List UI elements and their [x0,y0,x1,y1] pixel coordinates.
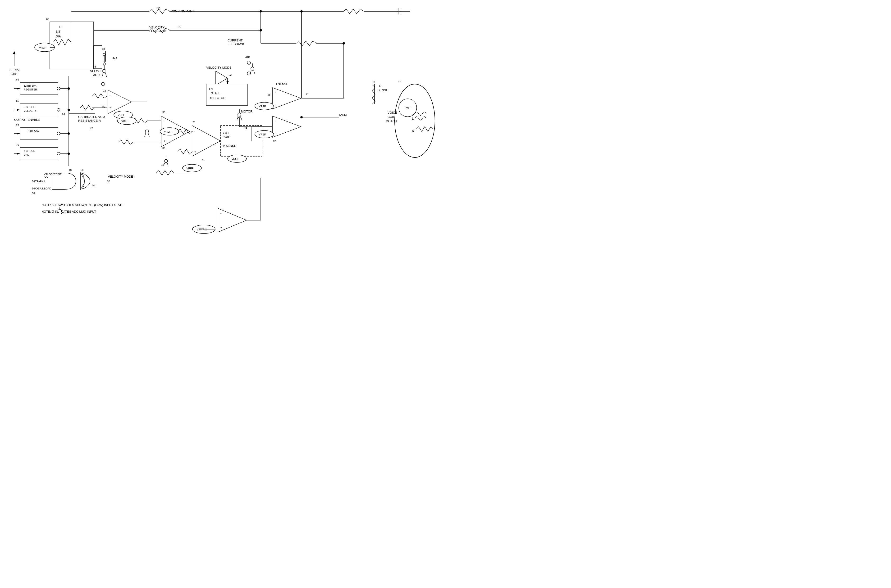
opamp2-minus: - [164,119,164,123]
note2-label: NOTE: ℧ INDICATES ADC MUX INPUT [42,210,96,213]
ivcm-label: IVCM [339,113,347,117]
n34-label: 34 [306,92,309,95]
reg-12bit-da-label2: REGISTER [24,88,37,91]
n82-label: 82 [273,140,276,142]
n72-label: 72 [90,127,93,129]
opamp3-plus: + [194,150,196,153]
vref-curr-sense-label: VREF [259,105,266,108]
svg-point-120 [238,113,241,116]
svg-point-108 [343,42,345,45]
n44a-label: 44A [113,57,117,60]
tpark1-label: 54 [32,180,35,183]
svg-point-27 [57,108,60,111]
dac-12bit-label3: D/A [56,34,61,38]
svg-point-37 [57,152,60,155]
voice-coil-label: VOICE [388,111,397,114]
n92-label: 92 [229,74,232,76]
n74-label: 74 [244,127,247,129]
svg-point-124 [251,67,254,70]
circuit-diagram: VCM COMMAND 62 VELOCITY FEEDBACK 90 CURR… [0,0,446,294]
reg-7bit-cal-label: 7 BIT CAL [27,129,39,132]
i-sense-label: I SENSE [276,82,289,86]
r-sense-label: R [379,84,381,88]
n64-label: 64 [16,78,19,81]
opamp5-plus: + [275,131,277,135]
serial-port-label2: PORT [9,72,18,75]
n68-label: 68 [16,123,19,126]
svg-point-90 [68,153,70,155]
r-adj-7bit-label2: R ADJ [223,136,230,138]
opamp4-minus: - [275,91,276,94]
opamp1-minus: - [110,93,110,96]
tpark1-text: TPARK1 [35,180,45,183]
reg-5bit-oe-label2: VELOCITY [24,110,37,112]
svg-point-105 [300,116,303,118]
n76-label: 76 [202,159,204,162]
n70-label: 70 [16,143,19,146]
svg-point-32 [57,132,60,135]
vref-comp-label: VREF [164,130,171,133]
n46-bottom-label: 46 [107,180,110,183]
svg-point-50 [101,82,105,86]
calibrated-vcm-label2: RESISTANCE R [78,119,101,122]
velocity-bit-label: VELOCITY BIT [44,173,62,176]
reg-12bit-da-label: 12 BIT D/A [24,84,36,87]
svg-point-116 [102,69,106,73]
velocity-feedback-label: VELOCITY [149,26,165,29]
i-motor-label: I MOTOR [239,110,253,113]
stall-detector-label2: DETECTOR [209,96,226,100]
svg-point-61 [247,61,251,64]
dac-12bit-label: 12 [59,25,62,28]
reg-7bit-oe-cal-label2: CAL [24,153,29,156]
v-sense-label: V SENSE [223,144,236,147]
output-enable-label: OUTPUT ENABLE [14,118,40,122]
dac-12bit-label2: BIT [56,30,60,33]
opamp6-minus: - [220,212,221,215]
opamp5-minus: - [275,119,276,123]
svg-point-89 [68,132,70,135]
svg-point-132 [164,159,168,163]
opamp6-plus: + [220,226,222,229]
vref-amp1-label: VREF [118,114,125,117]
svg-point-22 [57,87,60,90]
vref-radj-label: VREF [232,158,239,160]
current-feedback-label2: FEEDBACK [227,42,244,46]
vref-dac-label: VREF [39,46,46,49]
reg-5bit-oe-label: 5 BIT /OE [24,106,35,108]
serial-port-label: SERIAL [9,68,20,72]
n62-label: 62 [157,6,160,10]
svg-point-47 [103,63,105,65]
svg-point-128 [145,130,149,133]
opamp4-plus: + [275,103,277,107]
svg-rect-39 [50,22,93,69]
voice-coil-label2: COIL [388,115,395,118]
vpwr2-label: VPWR/2 [197,228,207,231]
opamp1-plus: + [110,106,111,109]
n66-label: 66 [16,99,19,102]
opamp2-plus: + [164,139,166,143]
reg-7bit-oe-cal-label: 7 BIT /OE [24,149,35,152]
n30-label: 30 [163,111,165,114]
n60-label: 60 [46,18,49,21]
svg-point-87 [68,87,70,90]
n88-label: 88 [102,47,105,50]
oe-unload-text: /OE UNLOAD [35,187,51,190]
opamp3-minus: - [194,129,195,133]
svg-point-45 [103,53,105,56]
n46-left-label: 46 [103,90,106,93]
velocity-mode-bottom-label: VELOCITY MODE [108,175,133,178]
stall-detector-label: STALL [211,92,220,95]
n52-label: 52 [92,183,95,186]
velocity-mode-label2: MODE [92,73,102,77]
n58-label: 58 [32,192,35,195]
n44b-label: 44B [245,56,250,58]
n90-label: 90 [178,25,181,28]
svg-point-110 [300,10,303,12]
r-adj-7bit-label: 7 BIT [223,131,229,134]
stall-en-label: EN [209,88,213,90]
l-label: L [412,117,414,120]
n48-label: 48 [69,169,72,171]
n84-label: 84 [163,146,165,149]
svg-point-88 [68,109,70,111]
n78-label: 78 [372,81,375,83]
